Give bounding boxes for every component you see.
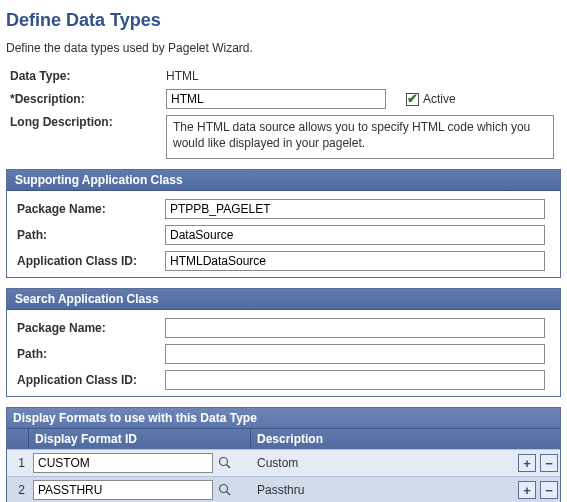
grid-header-actions bbox=[508, 429, 560, 449]
active-label: Active bbox=[423, 92, 456, 106]
description-input[interactable] bbox=[166, 89, 386, 109]
page-title: Define Data Types bbox=[6, 10, 561, 31]
grid-header-rownum bbox=[7, 429, 29, 449]
search-path-label: Path: bbox=[13, 347, 165, 361]
active-checkbox[interactable] bbox=[406, 93, 419, 106]
add-row-button[interactable]: + bbox=[518, 454, 536, 472]
row-number: 1 bbox=[7, 452, 29, 474]
display-format-desc: Custom bbox=[251, 452, 508, 474]
lookup-icon[interactable] bbox=[217, 482, 233, 498]
grid-header-desc[interactable]: Description bbox=[251, 429, 508, 449]
long-description-label: Long Description: bbox=[6, 115, 166, 129]
page-subtitle: Define the data types used by Pagelet Wi… bbox=[6, 41, 561, 55]
lookup-icon[interactable] bbox=[217, 455, 233, 471]
grid-header-id[interactable]: Display Format ID bbox=[29, 429, 251, 449]
display-format-id-input[interactable] bbox=[33, 480, 213, 500]
svg-line-1 bbox=[227, 465, 231, 469]
search-class-label: Application Class ID: bbox=[13, 373, 165, 387]
supporting-app-class-section: Supporting Application Class Package Nam… bbox=[6, 169, 561, 278]
svg-point-0 bbox=[220, 458, 228, 466]
supporting-class-input[interactable] bbox=[165, 251, 545, 271]
search-header: Search Application Class bbox=[7, 289, 560, 310]
display-format-id-input[interactable] bbox=[33, 453, 213, 473]
table-row: 2 Passthru + − bbox=[7, 476, 560, 502]
supporting-class-label: Application Class ID: bbox=[13, 254, 165, 268]
display-format-desc: Passthru bbox=[251, 479, 508, 501]
svg-point-2 bbox=[220, 485, 228, 493]
data-type-value: HTML bbox=[166, 69, 199, 83]
search-app-class-section: Search Application Class Package Name: P… bbox=[6, 288, 561, 397]
grid-title: Display Formats to use with this Data Ty… bbox=[7, 408, 560, 428]
search-class-input[interactable] bbox=[165, 370, 545, 390]
remove-row-button[interactable]: − bbox=[540, 481, 558, 499]
supporting-header: Supporting Application Class bbox=[7, 170, 560, 191]
row-number: 2 bbox=[7, 479, 29, 501]
data-type-label: Data Type: bbox=[6, 69, 166, 83]
supporting-package-label: Package Name: bbox=[13, 202, 165, 216]
table-row: 1 Custom + − bbox=[7, 449, 560, 476]
description-label: *Description: bbox=[6, 92, 166, 106]
supporting-path-input[interactable] bbox=[165, 225, 545, 245]
long-description-input[interactable] bbox=[166, 115, 554, 159]
supporting-package-input[interactable] bbox=[165, 199, 545, 219]
supporting-path-label: Path: bbox=[13, 228, 165, 242]
search-package-label: Package Name: bbox=[13, 321, 165, 335]
search-package-input[interactable] bbox=[165, 318, 545, 338]
display-formats-grid: Display Formats to use with this Data Ty… bbox=[6, 407, 561, 502]
svg-line-3 bbox=[227, 492, 231, 496]
search-path-input[interactable] bbox=[165, 344, 545, 364]
add-row-button[interactable]: + bbox=[518, 481, 536, 499]
remove-row-button[interactable]: − bbox=[540, 454, 558, 472]
